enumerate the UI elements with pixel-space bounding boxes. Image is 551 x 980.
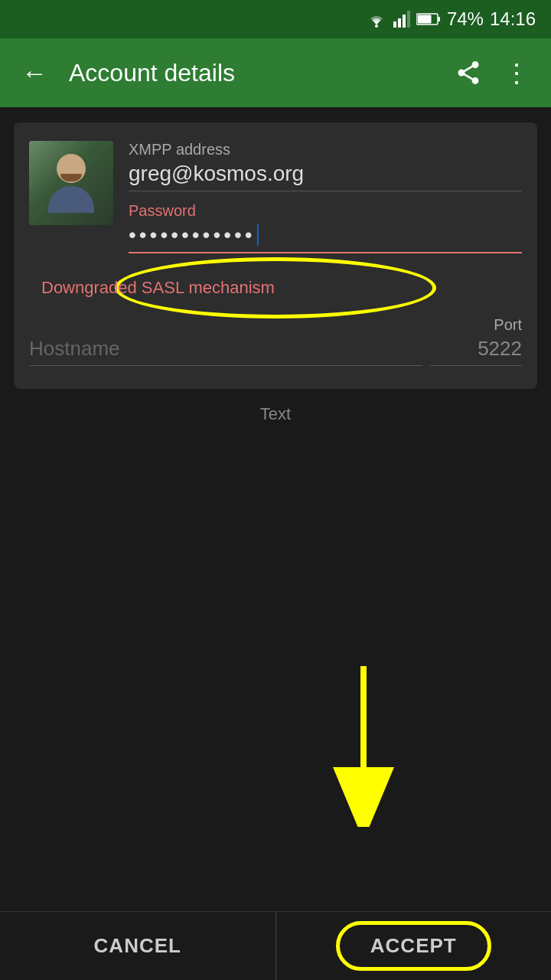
hostname-port-row: Hostname Port 5222 — [29, 316, 522, 366]
cancel-button[interactable]: CANCEL — [0, 912, 276, 980]
accept-container: ACCEPT — [276, 921, 552, 971]
password-label: Password — [129, 202, 522, 220]
arrow-annotation — [314, 658, 413, 827]
hostname-placeholder: Hostname — [29, 337, 422, 366]
avatar — [29, 141, 113, 225]
hostname-field[interactable]: Hostname — [29, 337, 422, 366]
port-value[interactable]: 5222 — [430, 337, 522, 366]
svg-rect-1 — [393, 21, 396, 28]
svg-rect-7 — [417, 15, 431, 24]
account-details-card: XMPP address greg@kosmos.org Password ••… — [14, 122, 537, 389]
bottom-bar: CANCEL ACCEPT — [0, 911, 551, 980]
clock: 14:16 — [490, 8, 536, 30]
xmpp-value[interactable]: greg@kosmos.org — [129, 162, 522, 191]
port-label: Port — [430, 316, 522, 334]
wifi-icon — [366, 11, 387, 28]
status-bar: 74% 14:16 — [0, 0, 551, 38]
app-bar: ← Account details ⋮ — [0, 38, 551, 107]
error-message: Downgraded SASL mechanism — [29, 272, 287, 304]
battery-percentage: 74% — [447, 8, 484, 30]
svg-rect-6 — [438, 17, 440, 21]
svg-rect-2 — [398, 18, 401, 28]
text-label: Text — [0, 404, 551, 424]
svg-rect-3 — [403, 15, 406, 28]
port-field: Port 5222 — [430, 316, 522, 366]
more-options-icon[interactable]: ⋮ — [497, 51, 536, 94]
share-icon[interactable] — [455, 59, 482, 87]
xmpp-label: XMPP address — [129, 141, 522, 158]
back-button[interactable]: ← — [15, 52, 54, 94]
page-title: Account details — [69, 59, 439, 87]
error-container: Downgraded SASL mechanism — [29, 272, 522, 304]
accept-button[interactable]: ACCEPT — [336, 921, 491, 971]
account-header: XMPP address greg@kosmos.org Password ••… — [29, 141, 522, 260]
battery-icon — [416, 12, 441, 26]
svg-rect-4 — [407, 11, 410, 28]
password-input[interactable]: •••••••••••• — [129, 223, 522, 253]
status-icons: 74% 14:16 — [366, 8, 536, 30]
signal-icon — [393, 11, 410, 28]
svg-point-0 — [375, 24, 378, 28]
account-fields: XMPP address greg@kosmos.org Password ••… — [129, 141, 522, 260]
